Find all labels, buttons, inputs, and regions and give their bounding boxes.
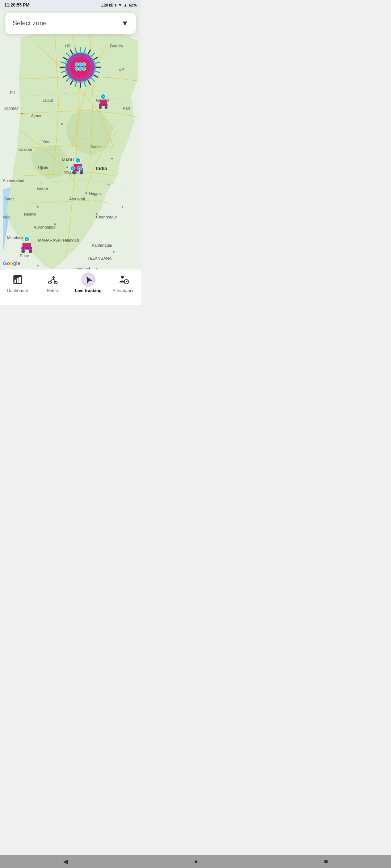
status-icons: 1.28 kB/s ▼ ▲ 62% <box>101 3 137 7</box>
battery-icon: 62% <box>129 3 137 7</box>
svg-text:➤: ➤ <box>79 167 81 170</box>
svg-line-28 <box>75 82 76 86</box>
svg-line-38 <box>75 48 76 52</box>
svg-line-36 <box>66 53 70 56</box>
svg-rect-54 <box>99 104 108 106</box>
google-logo: Google <box>3 260 20 266</box>
svg-line-31 <box>63 75 67 77</box>
svg-point-12 <box>122 206 123 208</box>
svg-line-17 <box>88 50 91 54</box>
svg-point-11 <box>37 265 39 267</box>
svg-rect-76 <box>19 277 21 283</box>
svg-point-55 <box>99 106 102 109</box>
svg-text:✓: ✓ <box>80 64 81 66</box>
svg-line-37 <box>71 50 73 54</box>
gwalior-rider-marker[interactable]: ✓ <box>96 94 110 113</box>
live-tracking-label: Live tracking <box>75 288 102 293</box>
svg-rect-69 <box>22 243 31 248</box>
svg-line-29 <box>71 80 73 84</box>
person-clock-icon <box>118 275 129 285</box>
scooter-icon <box>47 275 58 285</box>
svg-point-13 <box>113 251 115 253</box>
svg-point-79 <box>52 276 55 278</box>
svg-point-72 <box>29 250 32 253</box>
status-bar: 11:20:55 PM 1.28 kB/s ▼ ▲ 62% <box>0 0 141 10</box>
riders-label: Riders <box>47 288 59 293</box>
svg-line-30 <box>66 78 70 81</box>
chevron-down-icon: ▼ <box>121 19 129 27</box>
svg-point-5 <box>111 158 113 159</box>
svg-text:✓: ✓ <box>76 159 79 162</box>
svg-line-26 <box>84 82 85 86</box>
svg-line-19 <box>94 57 98 60</box>
mp-rider-marker[interactable]: ✓ ✓ ➤ <box>69 157 87 179</box>
attendance-icon-wrap <box>116 272 131 287</box>
time-display: 11:20:55 PM <box>4 3 29 8</box>
nav-item-dashboard[interactable]: Dashboard <box>0 272 35 293</box>
svg-rect-70 <box>21 247 32 250</box>
svg-point-46 <box>79 67 82 71</box>
svg-point-3 <box>66 166 68 168</box>
bottom-navigation: Dashboard Riders Live tracking <box>0 269 141 305</box>
svg-text:✓: ✓ <box>71 167 73 170</box>
nav-item-attendance[interactable]: Attendance <box>106 272 142 293</box>
svg-line-35 <box>63 57 67 60</box>
nav-item-live-tracking[interactable]: Live tracking <box>71 272 106 293</box>
svg-point-8 <box>54 224 56 225</box>
dashboard-icon-wrap <box>10 272 25 287</box>
svg-line-23 <box>94 75 98 77</box>
svg-point-1 <box>21 113 23 115</box>
svg-point-7 <box>37 206 39 208</box>
map-container[interactable]: Jalandhar Bareilly UP Jaipur Jodhpur Ajm… <box>0 10 141 269</box>
svg-point-6 <box>108 184 110 186</box>
svg-point-47 <box>82 67 86 71</box>
svg-point-62 <box>80 171 83 174</box>
svg-point-2 <box>61 123 63 125</box>
svg-rect-74 <box>14 280 16 283</box>
svg-text:✓: ✓ <box>83 64 85 66</box>
attendance-label: Attendance <box>113 288 135 293</box>
svg-line-32 <box>61 71 66 72</box>
svg-line-22 <box>95 71 100 72</box>
zone-selector-text: Select zone <box>13 20 47 27</box>
svg-text:✓: ✓ <box>76 64 78 66</box>
dashboard-label: Dashboard <box>7 288 28 293</box>
svg-rect-75 <box>17 278 18 283</box>
navigation-icon <box>83 274 94 285</box>
svg-point-45 <box>75 67 79 71</box>
svg-line-18 <box>91 53 94 56</box>
nav-item-riders[interactable]: Riders <box>35 272 71 293</box>
wifi-icon: ▲ <box>123 3 127 7</box>
svg-point-82 <box>121 276 124 278</box>
svg-text:✓: ✓ <box>26 238 28 241</box>
delhi-cluster-marker[interactable]: ✓ ✓ ✓ <box>60 47 100 87</box>
svg-text:✓: ✓ <box>102 95 104 98</box>
svg-point-56 <box>105 106 108 109</box>
svg-line-20 <box>95 62 100 63</box>
network-speed: 1.28 kB/s <box>101 3 117 7</box>
svg-line-16 <box>84 48 85 52</box>
svg-point-9 <box>96 213 97 215</box>
svg-point-4 <box>85 192 87 194</box>
svg-point-61 <box>72 171 76 174</box>
zone-selector[interactable]: Select zone ▼ <box>5 13 136 34</box>
riders-icon-wrap <box>46 272 60 287</box>
svg-line-24 <box>91 78 94 81</box>
svg-point-71 <box>21 250 25 253</box>
svg-line-25 <box>88 80 91 84</box>
live-tracking-icon-wrap <box>81 272 96 287</box>
signal-icon: ▼ <box>118 3 122 7</box>
bar-chart-icon <box>13 275 23 285</box>
svg-line-34 <box>61 62 66 63</box>
pune-rider-marker[interactable]: ✓ <box>18 236 36 256</box>
